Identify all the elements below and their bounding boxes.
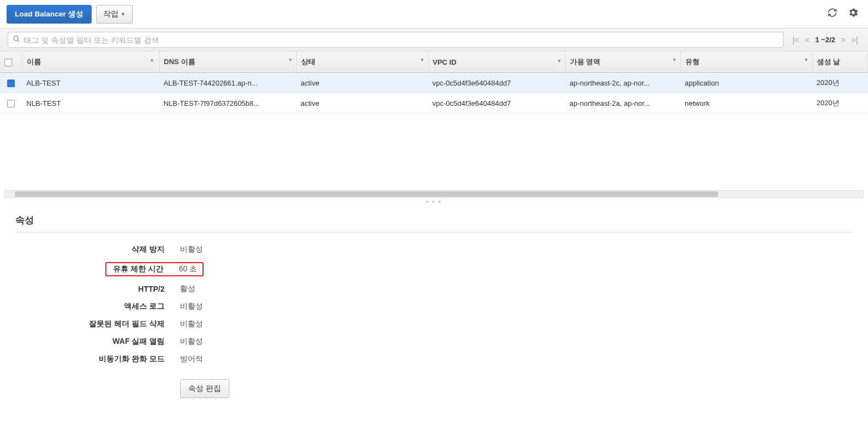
details-panel: 속성 삭제 방지 비활성 유휴 제한 시간 60 초 HTTP/2 활성 액세스… — [0, 205, 868, 407]
cell-created: 2020년 — [812, 73, 868, 93]
cell-type: network — [680, 93, 812, 113]
header-vpc[interactable]: VPC ID▾ — [428, 52, 565, 73]
header-name[interactable]: 이름▲ — [22, 52, 159, 73]
header-checkbox[interactable] — [4, 59, 12, 66]
table-empty-area — [0, 113, 868, 190]
attr-label: 잘못된 헤더 필드 삭제 — [15, 319, 180, 329]
search-wrap — [8, 32, 784, 48]
sort-icon: ▾ — [673, 57, 676, 63]
attr-label: 비동기화 완화 모드 — [15, 354, 180, 364]
pager-text: 1 ~2/2 — [813, 36, 838, 44]
search-input[interactable] — [24, 36, 779, 44]
cell-az: ap-northeast-2c, ap-nor... — [565, 73, 680, 93]
highlight-box: 유휴 제한 시간 60 초 — [105, 262, 204, 276]
pager-next-button[interactable]: > — [838, 34, 848, 46]
sort-icon: ▾ — [558, 58, 561, 64]
row-checkbox[interactable] — [7, 80, 15, 87]
cell-name: ALB-TEST — [22, 73, 159, 93]
cell-state: active — [296, 93, 428, 113]
table-header-row: 이름▲ DNS 이름▾ 상태▾ VPC ID▾ 가용 영역▾ 유형▾ 생성 날 — [0, 52, 868, 73]
create-load-balancer-button[interactable]: Load Balancer 생성 — [7, 5, 92, 24]
cell-created: 2020년 — [812, 93, 868, 113]
svg-point-0 — [14, 36, 18, 41]
header-checkbox-col[interactable] — [0, 52, 22, 73]
attr-value: 방어적 — [180, 354, 203, 364]
actions-button[interactable]: 작업 ▼ — [96, 5, 133, 24]
attr-value: 비활성 — [180, 245, 203, 254]
toolbar: Load Balancer 생성 작업 ▼ — [0, 0, 868, 28]
cell-type: application — [680, 73, 812, 93]
attr-desync-mode: 비동기화 완화 모드 방어적 — [15, 354, 853, 364]
cell-name: NLB-TEST — [22, 93, 159, 113]
cell-vpc: vpc-0c5d4f3e640484dd7 — [428, 73, 565, 93]
load-balancer-table: 이름▲ DNS 이름▾ 상태▾ VPC ID▾ 가용 영역▾ 유형▾ 생성 날 … — [0, 52, 868, 113]
header-created[interactable]: 생성 날 — [812, 52, 868, 73]
attr-label: 액세스 로그 — [15, 302, 180, 311]
attr-idle-timeout: 유휴 제한 시간 60 초 — [15, 262, 853, 276]
header-type[interactable]: 유형▾ — [680, 52, 812, 73]
cell-state: active — [296, 73, 428, 93]
attr-value: 활성 — [180, 284, 195, 294]
table-row[interactable]: NLB-TEST NLB-TEST-7f97d6372605b8... acti… — [0, 93, 868, 113]
attr-label: HTTP/2 — [15, 285, 180, 293]
actions-label: 작업 — [103, 9, 119, 19]
attr-label: 유휴 제한 시간 — [106, 264, 179, 274]
cell-az: ap-northeast-2a, ap-nor... — [565, 93, 680, 113]
header-az[interactable]: 가용 영역▾ — [565, 52, 680, 73]
sort-asc-icon: ▲ — [150, 57, 155, 63]
gear-icon[interactable] — [845, 4, 861, 24]
pager-first-button[interactable]: |< — [790, 34, 802, 46]
details-title: 속성 — [15, 214, 853, 232]
header-state[interactable]: 상태▾ — [296, 52, 428, 73]
attr-value: 60 초 — [179, 264, 202, 274]
edit-attributes-button[interactable]: 속성 편집 — [180, 379, 229, 398]
sort-icon: ▾ — [805, 57, 808, 63]
pager-prev-button[interactable]: < — [803, 34, 812, 46]
refresh-icon[interactable] — [824, 4, 841, 24]
sort-icon: ▾ — [289, 57, 292, 63]
horizontal-scrollbar[interactable] — [4, 190, 864, 198]
scrollbar-thumb[interactable] — [15, 191, 718, 197]
attr-value: 비활성 — [180, 302, 203, 311]
attr-value: 비활성 — [180, 319, 203, 329]
split-handle[interactable]: ● ● ● — [0, 198, 868, 205]
attr-waf-fail-open: WAF 실패 열림 비활성 — [15, 337, 853, 347]
attr-value: 비활성 — [180, 337, 203, 347]
cell-dns: NLB-TEST-7f97d6372605b8... — [159, 93, 296, 113]
search-icon — [13, 35, 20, 44]
cell-dns: ALB-TEST-744202661.ap-n... — [159, 73, 296, 93]
table-row[interactable]: ALB-TEST ALB-TEST-744202661.ap-n... acti… — [0, 73, 868, 93]
attr-label: WAF 실패 열림 — [15, 337, 180, 347]
pager: |< < 1 ~2/2 > >| — [790, 34, 860, 46]
chevron-down-icon: ▼ — [121, 12, 126, 17]
attr-delete-protection: 삭제 방지 비활성 — [15, 245, 853, 254]
sort-icon: ▾ — [421, 57, 424, 63]
svg-line-1 — [18, 40, 20, 42]
header-dns[interactable]: DNS 이름▾ — [159, 52, 296, 73]
attr-access-logs: 액세스 로그 비활성 — [15, 302, 853, 311]
pager-last-button[interactable]: >| — [849, 34, 860, 46]
attr-drop-invalid-headers: 잘못된 헤더 필드 삭제 비활성 — [15, 319, 853, 329]
filter-row: |< < 1 ~2/2 > >| — [0, 28, 868, 52]
attr-http2: HTTP/2 활성 — [15, 284, 853, 294]
cell-vpc: vpc-0c5d4f3e640484dd7 — [428, 93, 565, 113]
row-checkbox[interactable] — [7, 100, 15, 107]
attr-label: 삭제 방지 — [15, 245, 180, 254]
